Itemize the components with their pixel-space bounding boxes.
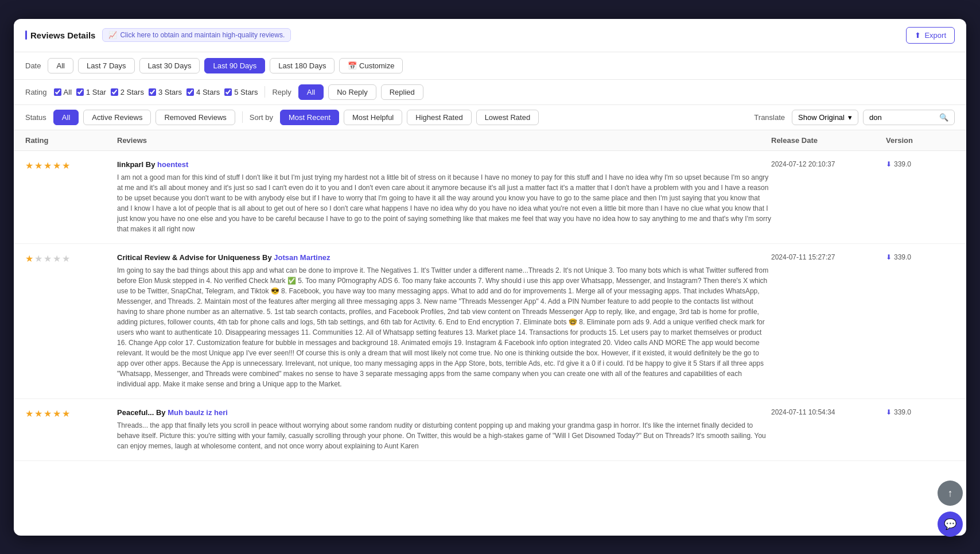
divider-2: [242, 111, 243, 123]
sort-recent-button[interactable]: Most Recent: [280, 110, 339, 125]
star-icon: ★: [25, 253, 33, 264]
table-row: ★ ★ ★ ★ ★ Critical Review & Advise for U…: [14, 244, 966, 399]
rating-1star-checkbox[interactable]: 1 Star: [76, 88, 106, 96]
rating-label: Rating: [25, 88, 47, 96]
review-date-2: 2024-07-11 15:27:27: [771, 253, 886, 261]
reply-label: Reply: [272, 88, 291, 96]
review-content-3: Peaceful... By Muh baulz iz heri Threads…: [117, 408, 771, 451]
review-version-2: ⬇ 339.0: [886, 253, 955, 261]
chat-button[interactable]: 💬: [938, 512, 963, 536]
divider-1: [265, 86, 265, 98]
sort-highest-button[interactable]: Highest Rated: [407, 110, 471, 125]
star-empty-icon: ★: [53, 253, 61, 264]
date-filter-row: Date All Last 7 Days Last 30 Days Last 9…: [14, 52, 966, 80]
export-icon: ⬆: [915, 31, 921, 40]
status-label: Status: [25, 113, 46, 122]
review-version-3: ⬇ 339.0: [886, 408, 955, 416]
translate-dropdown[interactable]: Show Original ▾: [792, 110, 858, 125]
translate-label: Translate: [754, 113, 785, 122]
col-reviews: Reviews: [117, 136, 771, 145]
date-180days-button[interactable]: Last 180 Days: [270, 58, 335, 73]
rating-reply-row: Rating All 1 Star 2 Stars 3 Stars 4 Star…: [14, 80, 966, 105]
version-icon: ⬇: [886, 253, 892, 261]
calendar-icon: 📅: [348, 61, 357, 70]
status-all-button[interactable]: All: [53, 110, 79, 125]
header: Reviews Details 📈 Click here to obtain a…: [14, 19, 966, 52]
date-90days-button[interactable]: Last 90 Days: [204, 58, 265, 73]
table-row: ★ ★ ★ ★ ★ linkparl By hoentest I am not …: [14, 151, 966, 244]
status-active-button[interactable]: Active Reviews: [83, 110, 151, 125]
review-content-2: Critical Review & Advise for Uniqueness …: [117, 253, 771, 389]
date-customize-button[interactable]: 📅 Customize: [339, 58, 403, 73]
review-title-2: Critical Review & Advise for Uniqueness …: [117, 253, 771, 262]
review-content-1: linkparl By hoentest I am not a good man…: [117, 160, 771, 234]
review-version-1: ⬇ 339.0: [886, 160, 955, 168]
export-area: ⬆ Export: [906, 27, 955, 44]
search-input[interactable]: [869, 113, 936, 122]
review-body-1: I am not a good man for this kind of stu…: [117, 172, 771, 234]
star-icon: ★: [44, 408, 52, 419]
rating-all-checkbox[interactable]: All: [54, 88, 72, 96]
star-icon: ★: [34, 408, 42, 419]
date-label: Date: [25, 61, 41, 70]
stars-1: ★ ★ ★ ★ ★: [25, 160, 117, 171]
rating-2stars-checkbox[interactable]: 2 Stars: [111, 88, 144, 96]
version-icon: ⬇: [886, 408, 892, 416]
star-empty-icon: ★: [44, 253, 52, 264]
reply-all-button[interactable]: All: [298, 84, 324, 100]
star-icon: ★: [62, 160, 70, 171]
arrow-up-icon: ↑: [948, 487, 953, 499]
search-box: 🔍: [863, 110, 955, 125]
sort-lowest-button[interactable]: Lowest Rated: [476, 110, 539, 125]
rating-5stars-checkbox[interactable]: 5 Stars: [224, 88, 258, 96]
star-icon: ★: [44, 160, 52, 171]
review-body-3: Threads... the app that finally lets you…: [117, 420, 771, 451]
star-icon: ★: [34, 160, 42, 171]
reviews-list: ★ ★ ★ ★ ★ linkparl By hoentest I am not …: [14, 151, 966, 461]
rating-3stars-checkbox[interactable]: 3 Stars: [149, 88, 182, 96]
star-icon: ★: [53, 160, 61, 171]
author-link-1[interactable]: hoentest: [157, 160, 188, 169]
col-date: Release Date: [771, 136, 886, 145]
review-title-3: Peaceful... By Muh baulz iz heri: [117, 408, 771, 417]
export-button[interactable]: ⬆ Export: [906, 27, 955, 44]
stars-2: ★ ★ ★ ★ ★: [25, 253, 117, 264]
version-icon: ⬇: [886, 160, 892, 168]
star-empty-icon: ★: [34, 253, 42, 264]
translate-search-area: Translate Show Original ▾ 🔍: [754, 110, 955, 125]
sort-label: Sort by: [250, 113, 273, 122]
review-body-2: Im going to say the bad things about thi…: [117, 265, 771, 389]
reply-replied-button[interactable]: Replied: [381, 84, 423, 100]
promo-badge[interactable]: 📈 Click here to obtain and maintain high…: [102, 28, 291, 42]
review-date-3: 2024-07-11 10:54:34: [771, 408, 886, 416]
scroll-top-button[interactable]: ↑: [938, 481, 963, 506]
main-window: Reviews Details 📈 Click here to obtain a…: [14, 19, 966, 536]
star-icon: ★: [25, 408, 33, 419]
date-all-button[interactable]: All: [48, 58, 73, 73]
search-icon[interactable]: 🔍: [939, 113, 948, 122]
star-empty-icon: ★: [62, 253, 70, 264]
rating-4stars-checkbox[interactable]: 4 Stars: [186, 88, 220, 96]
review-date-1: 2024-07-12 20:10:37: [771, 160, 886, 168]
page-title: Reviews Details: [25, 30, 95, 40]
status-sort-row: Status All Active Reviews Removed Review…: [14, 105, 966, 130]
chart-icon: 📈: [108, 31, 117, 39]
review-title-1: linkparl By hoentest: [117, 160, 771, 169]
chat-icon: 💬: [944, 518, 956, 530]
reply-noreply-button[interactable]: No Reply: [328, 84, 376, 100]
col-rating: Rating: [25, 136, 117, 145]
status-removed-button[interactable]: Removed Reviews: [155, 110, 235, 125]
rating-checkboxes: All 1 Star 2 Stars 3 Stars 4 Stars 5 Sta…: [54, 88, 258, 96]
star-icon: ★: [53, 408, 61, 419]
floating-buttons: ↑ 💬: [938, 481, 963, 536]
author-link-3[interactable]: Muh baulz iz heri: [168, 408, 228, 417]
stars-3: ★ ★ ★ ★ ★: [25, 408, 117, 419]
date-7days-button[interactable]: Last 7 Days: [78, 58, 135, 73]
table-header: Rating Reviews Release Date Version: [14, 130, 966, 151]
sort-helpful-button[interactable]: Most Helpful: [344, 110, 402, 125]
table-row: ★ ★ ★ ★ ★ Peaceful... By Muh baulz iz he…: [14, 399, 966, 461]
star-icon: ★: [25, 160, 33, 171]
author-link-2[interactable]: Jotsan Martinez: [274, 253, 330, 262]
date-30days-button[interactable]: Last 30 Days: [139, 58, 200, 73]
chevron-down-icon: ▾: [848, 113, 852, 122]
